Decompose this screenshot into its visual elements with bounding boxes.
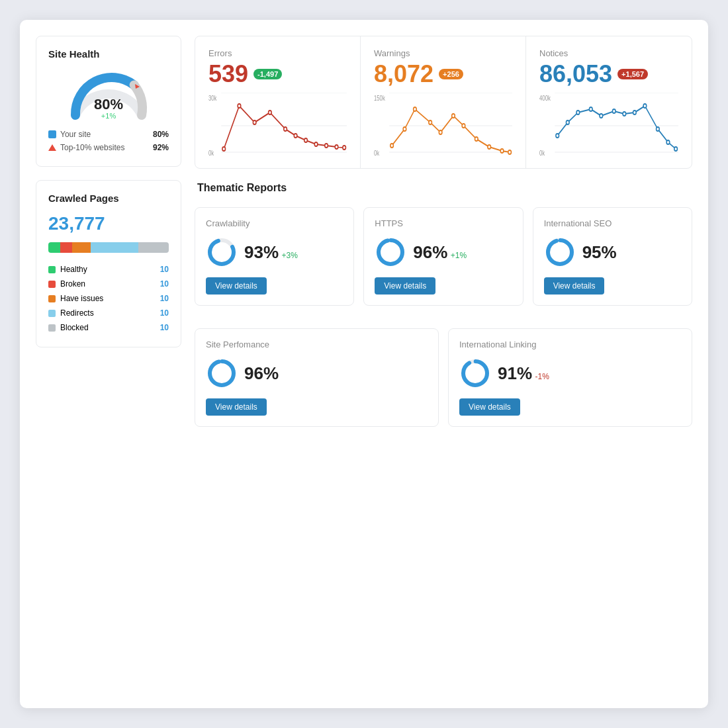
healthy-label: Healthy xyxy=(60,265,87,274)
svg-point-41 xyxy=(589,107,592,111)
right-column: Errors 539 -1,497 30k 0k xyxy=(195,36,692,553)
notices-value: 86,053 xyxy=(539,62,612,86)
intl-linking-ring xyxy=(459,357,491,389)
notices-sparkline: 400k 0k xyxy=(539,93,678,159)
svg-point-43 xyxy=(612,109,615,113)
svg-point-42 xyxy=(600,114,603,118)
errors-block: Errors 539 -1,497 30k 0k xyxy=(195,36,361,168)
crawled-pages-card: Crawled Pages 23,777 Healthy 10 xyxy=(36,180,181,347)
your-site-icon xyxy=(48,130,56,138)
notices-label: Notices xyxy=(539,48,678,58)
svg-point-53 xyxy=(379,240,402,264)
svg-point-14 xyxy=(325,144,328,148)
svg-point-44 xyxy=(623,112,626,116)
donut-change: +1% xyxy=(94,112,123,120)
svg-point-9 xyxy=(269,111,272,114)
your-site-value: 80% xyxy=(153,130,169,139)
intl-seo-title: International SEO xyxy=(544,218,681,228)
svg-point-32 xyxy=(508,150,512,154)
errors-badge: -1,497 xyxy=(253,69,282,79)
https-change: +1% xyxy=(451,251,467,260)
site-performance-view-details[interactable]: View details xyxy=(206,398,267,416)
crawled-pages-title: Crawled Pages xyxy=(48,193,169,204)
redirects-count: 10 xyxy=(160,308,169,318)
crawlability-metric: 93% +3% xyxy=(206,236,343,268)
broken-icon xyxy=(48,281,56,288)
svg-text:0k: 0k xyxy=(539,150,545,157)
svg-point-59 xyxy=(463,361,487,385)
intl-linking-pct: 91% xyxy=(498,363,532,383)
issues-count: 10 xyxy=(160,294,169,303)
warnings-sparkline: 150k 0k xyxy=(374,93,512,159)
svg-text:30k: 30k xyxy=(208,95,217,102)
svg-text:150k: 150k xyxy=(374,95,385,102)
crawled-pages-total: 23,777 xyxy=(48,213,169,234)
crawlability-change: +3% xyxy=(282,251,298,260)
report-site-performance: Site Perfomance 96% View details xyxy=(195,328,439,427)
https-title: HTTPS xyxy=(375,218,512,228)
svg-point-6 xyxy=(222,147,226,151)
svg-point-28 xyxy=(462,124,465,128)
svg-point-8 xyxy=(253,120,256,124)
blocked-label: Blocked xyxy=(60,323,89,332)
legend-top-sites: Top-10% websites 92% xyxy=(48,141,169,154)
site-performance-title: Site Perfomance xyxy=(206,340,428,349)
crawlability-view-details[interactable]: View details xyxy=(206,277,267,295)
notices-badge: +1,567 xyxy=(617,69,648,79)
svg-point-26 xyxy=(439,130,442,134)
svg-point-49 xyxy=(674,147,678,151)
legend-have-issues: Have issues 10 xyxy=(48,291,169,306)
legend-your-site: Your site 80% xyxy=(48,128,169,141)
svg-point-11 xyxy=(294,134,297,138)
site-health-card: Site Health 80% +1% xyxy=(36,36,181,167)
bar-broken xyxy=(60,242,72,253)
svg-point-29 xyxy=(475,137,478,141)
left-column: Site Health 80% +1% xyxy=(36,36,181,553)
svg-point-13 xyxy=(314,142,318,146)
crawlability-pct: 93% xyxy=(244,242,279,262)
svg-point-22 xyxy=(390,144,394,148)
healthy-count: 10 xyxy=(160,265,169,274)
svg-point-57 xyxy=(210,361,234,385)
site-health-title: Site Health xyxy=(48,48,169,60)
report-intl-seo: International SEO 95% View details xyxy=(533,207,692,306)
intl-seo-pct: 95% xyxy=(582,242,617,262)
bar-issues xyxy=(72,242,90,253)
site-performance-metric: 96% xyxy=(206,357,428,389)
reports-grid-bottom: Site Perfomance 96% View details Interna… xyxy=(195,328,692,427)
broken-count: 10 xyxy=(160,279,169,289)
bar-redirects xyxy=(91,242,139,253)
warnings-label: Warnings xyxy=(374,48,512,58)
legend-healthy: Healthy 10 xyxy=(48,262,169,277)
warnings-badge: +256 xyxy=(439,69,463,79)
intl-seo-view-details[interactable]: View details xyxy=(544,277,605,295)
svg-point-46 xyxy=(643,104,647,108)
bar-healthy xyxy=(48,242,60,253)
svg-point-38 xyxy=(556,134,559,138)
https-metric: 96% +1% xyxy=(375,236,512,268)
crawled-legend: Healthy 10 Broken 10 Have issues xyxy=(48,262,169,335)
site-performance-ring xyxy=(206,357,238,389)
svg-point-24 xyxy=(414,107,417,111)
svg-text:0k: 0k xyxy=(208,150,214,157)
report-https: HTTPS 96% +1% View details xyxy=(363,207,523,306)
blocked-count: 10 xyxy=(160,323,169,332)
metrics-row: Errors 539 -1,497 30k 0k xyxy=(195,36,692,169)
svg-point-39 xyxy=(566,120,569,124)
dashboard: Site Health 80% +1% xyxy=(20,20,708,708)
svg-point-25 xyxy=(429,120,432,124)
donut-chart-container: 80% +1% xyxy=(48,69,169,118)
top-sites-value: 92% xyxy=(153,143,169,152)
https-pct: 96% xyxy=(413,242,447,262)
healthy-icon xyxy=(48,266,56,273)
svg-point-7 xyxy=(238,104,241,108)
broken-label: Broken xyxy=(60,279,85,289)
https-view-details[interactable]: View details xyxy=(375,277,435,295)
blocked-icon xyxy=(48,324,56,332)
your-site-label: Your site xyxy=(60,130,91,139)
svg-point-47 xyxy=(657,127,660,131)
errors-sparkline: 30k 0k xyxy=(208,93,347,159)
errors-label: Errors xyxy=(208,48,347,58)
intl-linking-view-details[interactable]: View details xyxy=(459,398,520,416)
notices-value-row: 86,053 +1,567 xyxy=(539,62,678,86)
